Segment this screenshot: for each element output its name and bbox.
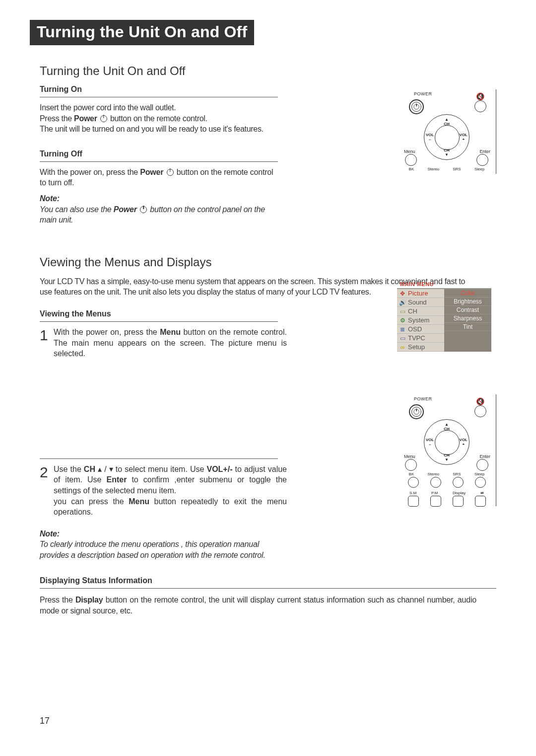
osd-right-item: Contrast	[444, 306, 491, 314]
label-srs: SRS	[453, 167, 461, 171]
label-bk: BK	[409, 167, 414, 171]
divider	[40, 161, 278, 162]
text: Enter	[106, 475, 127, 484]
label-srs: SRS	[453, 472, 461, 476]
label-ch: CH	[444, 453, 450, 457]
remote-menu-button	[405, 459, 417, 471]
label-pm: P.M	[431, 491, 438, 495]
text: to select menu item. Use	[116, 465, 207, 473]
osd-right-item: Brightness	[444, 298, 491, 306]
remote-dpad: ▲CH CH▼ VOL– VOL+	[424, 114, 469, 160]
label-ch: CH	[444, 148, 450, 152]
text: Press the	[40, 596, 75, 604]
text: ▴ / ▾	[95, 465, 116, 473]
osd-item-label: CH	[408, 307, 417, 315]
subhead-display-status: Displaying Status Information	[40, 576, 496, 585]
text: Power	[74, 114, 97, 123]
text: CH	[84, 465, 95, 473]
text: button on the remote control.	[108, 114, 207, 123]
text: VOL+/-	[206, 465, 232, 473]
osd-item-label: Setup	[408, 343, 425, 351]
remote-menu-button	[405, 154, 417, 166]
remote-mute-button	[474, 405, 486, 417]
power-icon	[413, 104, 419, 109]
osd-item-icon: 🔊	[399, 299, 406, 306]
remote-enter-button	[476, 154, 488, 166]
osd-left-item: ✥Picture	[397, 289, 444, 298]
label-sm: S.M	[409, 491, 416, 495]
page-number: 17	[40, 716, 50, 726]
label-sleep: Sleep	[474, 167, 484, 171]
text: Menu	[129, 497, 149, 506]
text: Insert the power cord into the wall outl…	[40, 103, 176, 112]
label-power: POWER	[414, 91, 432, 96]
remote-small-button	[408, 477, 419, 488]
osd-title: MAIN MENU	[397, 280, 491, 288]
label-minus: –	[429, 442, 431, 447]
osd-item-icon: ⚙	[399, 317, 406, 324]
mute-icon: 🔇	[476, 397, 484, 405]
section-title-power: Turning the Unit On and Off	[40, 64, 308, 78]
divider	[40, 97, 278, 97]
label-menu: Menu	[404, 454, 415, 459]
note-label: Note:	[40, 194, 60, 203]
remote-small-button	[430, 477, 441, 488]
osd-item-icon: ≣	[399, 326, 406, 333]
label-menu: Menu	[404, 149, 415, 154]
osd-item-label: TVPC	[408, 334, 425, 342]
text: Display	[75, 596, 103, 604]
label-vol: VOL	[426, 438, 434, 442]
osd-left-item: 🔊Sound	[397, 298, 444, 307]
osd-item-icon: ✥	[399, 290, 406, 297]
subhead-turning-off: Turning Off	[40, 150, 308, 158]
text: you can press the	[54, 497, 129, 506]
osd-item-label: Picture	[408, 290, 428, 297]
step-text: With the power on, press the Menu button…	[54, 327, 287, 359]
osd-left-item: ≣OSD	[397, 325, 444, 334]
text: Power	[140, 168, 163, 176]
subhead-turning-on: Turning On	[40, 85, 308, 94]
osd-left-item: ▭CH	[397, 307, 444, 316]
remote-power-button	[409, 404, 424, 419]
section-title-menus: Viewing the Menus and Displays	[40, 255, 496, 269]
osd-item-label: System	[408, 316, 429, 324]
text: button on the remote control, the unit w…	[40, 596, 476, 615]
osd-item-label: Sound	[408, 299, 427, 306]
label-vol: VOL	[460, 133, 468, 137]
label-plus: +	[462, 137, 465, 142]
osd-left-item: ▭TVPC	[397, 334, 444, 343]
text: To clearly introduce the menu operations…	[40, 540, 266, 559]
osd-right-item: Tint	[444, 323, 491, 331]
divider	[40, 458, 278, 459]
osd-item-icon: ∞	[399, 344, 406, 351]
text: Menu	[160, 328, 181, 336]
label-sleep: Sleep	[474, 472, 484, 476]
note-menus: Note: To clearly introduce the menu oper…	[40, 529, 278, 561]
osd-left-item: ⚙System	[397, 316, 444, 325]
osd-item-label: OSD	[408, 325, 422, 333]
label-display: Display	[453, 491, 466, 495]
osd-item-icon: ▭	[399, 308, 406, 315]
text: With the power on, press the	[40, 168, 140, 176]
step-number: 1	[40, 328, 54, 343]
label-vol: VOL	[460, 438, 468, 442]
osd-right-item: Color	[444, 289, 491, 298]
text: Press the	[40, 114, 74, 123]
note-label: Note:	[40, 529, 60, 538]
power-icon	[167, 169, 174, 176]
label-power: POWER	[414, 396, 432, 401]
mute-icon: 🔇	[476, 92, 484, 100]
label-bk: BK	[409, 472, 414, 476]
power-icon	[413, 409, 419, 414]
label-vol: VOL	[426, 133, 434, 137]
power-icon	[140, 206, 147, 213]
osd-left-item: ∞Setup	[397, 343, 444, 352]
step-number: 2	[40, 465, 54, 480]
remote-mute-button	[474, 100, 486, 112]
remote-power-button	[409, 99, 424, 114]
label-enter: Enter	[479, 149, 490, 154]
text: With the power on, press the	[54, 328, 160, 336]
swap-icon: ⇄	[480, 491, 484, 495]
label-stereo: Stereo	[427, 167, 439, 171]
page-banner: Turning the Unit On and Off	[30, 20, 254, 45]
